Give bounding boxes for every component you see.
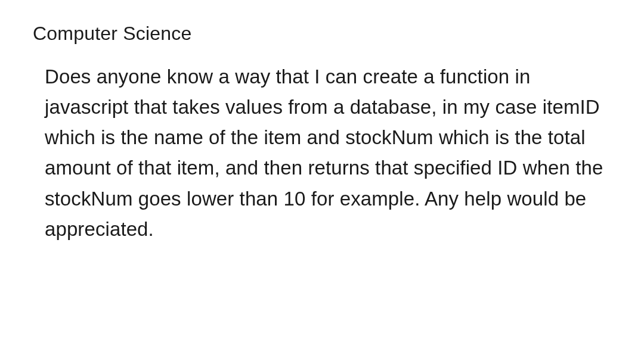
category-heading: Computer Science <box>33 23 614 45</box>
question-body: Does anyone know a way that I can create… <box>33 61 614 244</box>
